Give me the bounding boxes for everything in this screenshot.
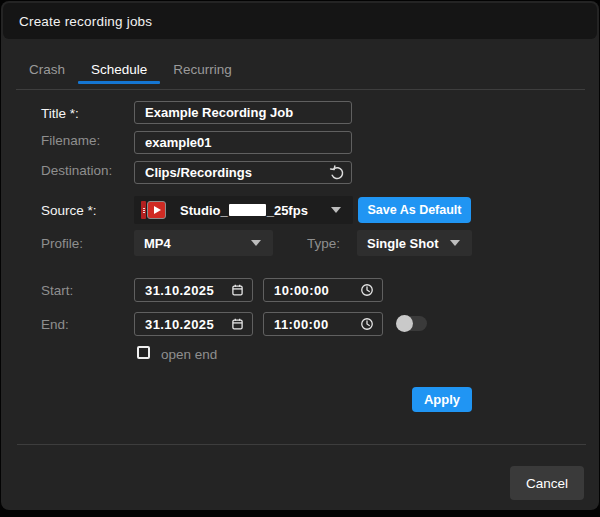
live-strip-icon (141, 201, 146, 219)
screen: Create recording jobs Crash Schedule Rec… (0, 0, 600, 517)
start-date-value: 31.10.2025 (145, 283, 214, 298)
source-value-prefix: Studio_ (180, 203, 228, 218)
source-channel-icon (141, 201, 166, 219)
type-value: Single Shot (367, 236, 439, 251)
tab-recurring-label: Recurring (173, 62, 232, 77)
footer-divider (17, 444, 586, 445)
create-recording-jobs-dialog: Create recording jobs Crash Schedule Rec… (1, 1, 599, 510)
profile-dropdown[interactable]: MP4 (134, 230, 273, 256)
start-time-input[interactable]: 10:00:00 (263, 278, 383, 302)
title-label: Title *: (41, 106, 79, 121)
profile-label: Profile: (41, 236, 83, 251)
open-end-checkbox[interactable] (137, 346, 150, 359)
tab-separator (16, 89, 585, 90)
redaction-block (229, 204, 266, 216)
end-time-toggle[interactable] (397, 316, 427, 331)
save-as-default-button[interactable]: Save As Default (358, 197, 471, 223)
end-time-input[interactable]: 11:00:00 (263, 312, 383, 336)
tab-crash[interactable]: Crash (16, 55, 78, 83)
filename-label: Filename: (41, 133, 100, 148)
type-dropdown[interactable]: Single Shot (357, 230, 472, 256)
start-label: Start: (41, 283, 73, 298)
calendar-icon[interactable] (231, 283, 244, 297)
tab-bar: Crash Schedule Recurring (16, 55, 245, 83)
filename-input[interactable] (134, 131, 352, 154)
tab-schedule-label: Schedule (91, 62, 147, 77)
clock-icon[interactable] (360, 283, 374, 297)
play-tile-icon (147, 201, 166, 219)
profile-value: MP4 (144, 236, 171, 251)
title-input[interactable] (134, 101, 352, 124)
chevron-down-icon (331, 207, 341, 213)
source-value-suffix: _25fps (267, 203, 308, 218)
end-date-value: 31.10.2025 (145, 317, 214, 332)
apply-button[interactable]: Apply (412, 387, 472, 412)
end-time-value: 11:00:00 (274, 317, 329, 332)
calendar-icon[interactable] (231, 317, 244, 331)
end-date-input[interactable]: 31.10.2025 (134, 312, 253, 336)
toggle-knob (396, 315, 413, 332)
start-time-value: 10:00:00 (274, 283, 329, 298)
type-label: Type: (307, 236, 340, 251)
source-label: Source *: (41, 203, 97, 218)
source-dropdown[interactable]: Studio__25fps (134, 196, 353, 224)
clock-icon[interactable] (360, 317, 374, 331)
cancel-button[interactable]: Cancel (510, 466, 584, 500)
open-end-label: open end (161, 347, 217, 362)
destination-label: Destination: (41, 163, 112, 178)
start-date-input[interactable]: 31.10.2025 (134, 278, 253, 302)
chevron-down-icon (251, 240, 261, 246)
destination-input[interactable] (134, 161, 352, 184)
end-label: End: (41, 317, 69, 332)
dialog-titlebar: Create recording jobs (3, 3, 597, 39)
dialog-title: Create recording jobs (19, 14, 152, 29)
chevron-down-icon (450, 240, 460, 246)
tab-schedule[interactable]: Schedule (78, 55, 160, 83)
destination-reset-icon[interactable] (328, 164, 346, 182)
tab-recurring[interactable]: Recurring (160, 55, 245, 83)
source-value: Studio__25fps (180, 203, 308, 218)
tab-crash-label: Crash (29, 62, 65, 77)
